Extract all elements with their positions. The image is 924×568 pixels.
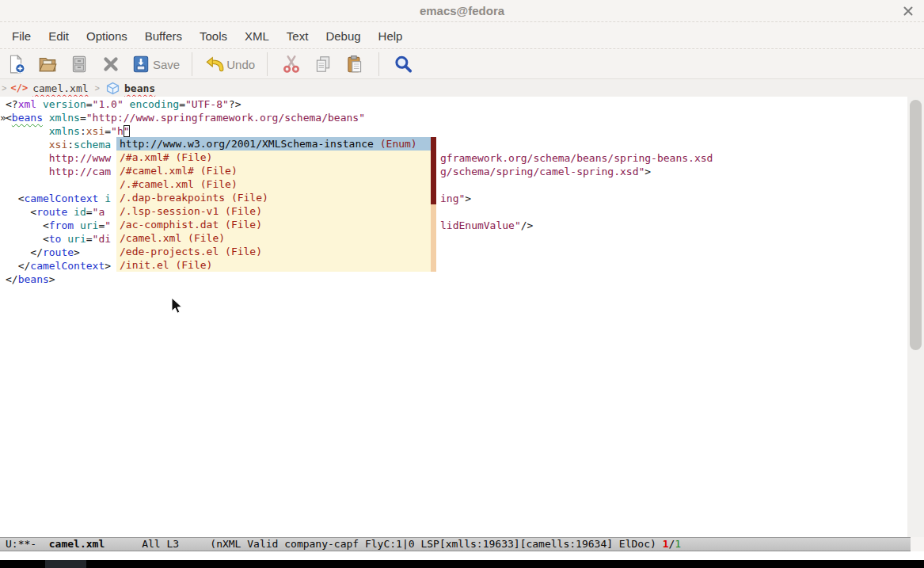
editor-scrollbar-thumb[interactable] — [910, 100, 922, 350]
modeline: U:**- camel.xml All L3 (nXML Valid compa… — [0, 537, 911, 551]
completion-item[interactable]: /.#camel.xml (File) — [116, 177, 436, 191]
code-fragment-right: lidEnumValue"/> — [440, 219, 533, 232]
element-cube-icon — [106, 82, 120, 95]
open-file-button[interactable] — [32, 51, 63, 77]
file-cabinet-icon — [69, 54, 89, 74]
search-icon — [393, 54, 413, 74]
desktop-background — [0, 560, 924, 568]
new-file-button[interactable] — [0, 51, 32, 77]
menu-item-help[interactable]: Help — [370, 26, 412, 46]
desktop-window-fragment — [45, 560, 86, 568]
copy-icon — [313, 54, 333, 74]
completion-item[interactable]: /#camel.xml# (File) — [116, 164, 436, 177]
undo-button[interactable]: Undo — [200, 51, 259, 77]
dired-button[interactable] — [63, 51, 95, 77]
toolbar-separator — [267, 52, 268, 76]
breadcrumb-file[interactable]: camel.xml — [32, 82, 88, 94]
menubar: FileEditOptionsBuffersToolsXMLTextDebugH… — [0, 23, 924, 49]
save-button-label: Save — [153, 58, 180, 71]
breadcrumb-scroll-indicator: > — [0, 83, 10, 93]
editor-scrollbar-track[interactable] — [907, 97, 924, 537]
search-button[interactable] — [387, 51, 419, 77]
code-line: <?xml version="1.0" encoding="UTF-8"?> — [0, 97, 907, 111]
code-line: </beans> — [0, 273, 907, 286]
undo-icon — [204, 54, 225, 74]
titlebar: emacs@fedora — [0, 0, 924, 22]
completion-item[interactable]: /#a.xml# (File) — [116, 151, 436, 164]
modeline-line-total: 1 — [675, 538, 681, 550]
breadcrumb-element[interactable]: beans — [124, 82, 155, 94]
close-window-button[interactable] — [902, 5, 914, 17]
completion-item[interactable]: /init.el (File) — [116, 258, 436, 272]
completion-item[interactable]: /ac-comphist.dat (File) — [116, 218, 436, 231]
paste-icon — [344, 54, 365, 74]
save-button[interactable]: Save — [127, 51, 184, 77]
new-file-icon — [6, 54, 26, 74]
close-icon — [902, 5, 914, 17]
toolbar: Save Undo — [0, 50, 924, 79]
breadcrumb: > </> camel.xml > beans — [0, 79, 924, 97]
code-fragment-right: ing"> — [440, 192, 471, 205]
breadcrumb-separator: > — [89, 83, 106, 93]
menu-item-text[interactable]: Text — [278, 26, 318, 46]
paste-button[interactable] — [339, 51, 371, 77]
menu-item-options[interactable]: Options — [78, 26, 136, 46]
modeline-flags: U:**- — [6, 538, 49, 550]
completion-item[interactable]: /camel.xml (File) — [116, 231, 436, 245]
menu-item-tools[interactable]: Tools — [191, 26, 236, 46]
completion-popup: http://www.w3.org/2001/XMLSchema-instanc… — [116, 137, 436, 272]
copy-button[interactable] — [307, 51, 339, 77]
echo-area[interactable] — [0, 551, 924, 560]
completion-item[interactable]: /ede-projects.el (File) — [116, 245, 436, 258]
completion-item[interactable]: /.dap-breakpoints (File) — [116, 191, 436, 204]
popup-scrollbar-track[interactable] — [431, 137, 436, 272]
menu-item-buffers[interactable]: Buffers — [136, 26, 191, 46]
completion-item[interactable]: /.lsp-session-v1 (File) — [116, 204, 436, 218]
menu-item-edit[interactable]: Edit — [40, 26, 78, 46]
cut-button[interactable] — [276, 51, 307, 77]
code-fragment-right: gframework.org/schema/beans/spring-beans… — [440, 151, 713, 165]
code-line: xmlns:xsi="h" — [0, 124, 907, 138]
completion-list: http://www.w3.org/2001/XMLSchema-instanc… — [116, 137, 436, 272]
window-title: emacs@fedora — [0, 4, 924, 17]
cut-icon — [281, 54, 302, 74]
fringe-marker: » — [0, 111, 6, 124]
mouse-cursor — [170, 297, 183, 318]
menu-item-xml[interactable]: XML — [236, 26, 278, 46]
close-buffer-button[interactable] — [95, 51, 127, 77]
popup-scrollbar-thumb[interactable] — [431, 137, 436, 204]
completion-item[interactable]: http://www.w3.org/2001/XMLSchema-instanc… — [116, 137, 436, 151]
toolbar-separator — [378, 52, 379, 76]
modeline-buffer-name[interactable]: camel.xml — [49, 538, 105, 550]
menu-item-file[interactable]: File — [3, 26, 40, 46]
code-line: »<beans xmlns="http://www.springframewor… — [0, 111, 907, 124]
code-fragment-right: g/schema/spring/camel-spring.xsd"> — [440, 165, 651, 178]
save-icon — [131, 54, 151, 74]
modeline-info: All L3 (nXML Valid company-capf FlyC:1|0… — [105, 538, 662, 550]
xml-file-icon: </> — [10, 82, 28, 93]
menu-item-debug[interactable]: Debug — [317, 26, 369, 46]
close-buffer-icon — [101, 54, 121, 74]
toolbar-separator — [192, 52, 192, 76]
open-file-icon — [37, 54, 58, 74]
undo-button-label: Undo — [226, 58, 255, 71]
